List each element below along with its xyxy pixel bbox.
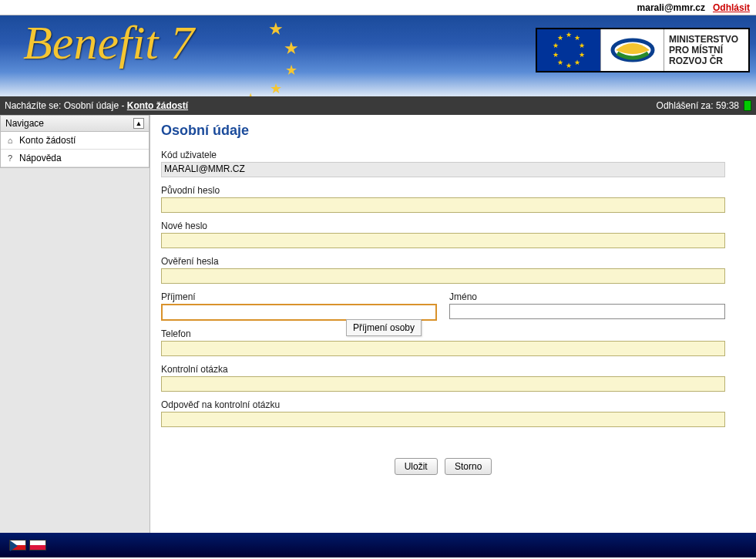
nav-list: ⌂ Konto žádostí ? Nápověda	[0, 132, 150, 168]
sidebar: Navigace ▲ ⌂ Konto žádostí ? Nápověda	[0, 115, 150, 533]
star-icon: ★	[245, 90, 256, 96]
label-question: Kontrolní otázka	[161, 364, 725, 375]
phone-input[interactable]	[161, 341, 725, 356]
breadcrumb: Nacházíte se: Osobní údaje - Konto žádos…	[5, 100, 188, 111]
cancel-button[interactable]: Storno	[445, 458, 492, 475]
question-input[interactable]	[161, 376, 725, 392]
label-usercode: Kód uživatele	[161, 150, 725, 160]
session-timer: Odhlášení za: 59:38	[657, 100, 751, 111]
logo-panel: ★ ★ ★ ★ ★ ★ ★ ★ ★ ★ MINISTERSTVO PRO MÍS…	[536, 28, 750, 72]
help-icon: ?	[5, 153, 15, 163]
header-banner: Benefit 7 ★ ★ ★ ★ ★ ★ ★ ★ ★ ★ ★ ★ ★ ★ ★	[0, 15, 756, 96]
orig-password-input[interactable]	[161, 197, 725, 213]
star-icon: ★	[284, 39, 299, 59]
logout-link[interactable]: Odhlásit	[713, 2, 750, 13]
firstname-input[interactable]	[449, 304, 725, 319]
top-bar: marali@mmr.cz Odhlásit	[0, 0, 756, 15]
mmr-swirl-icon	[600, 29, 664, 71]
new-password-input[interactable]	[161, 233, 725, 248]
save-button[interactable]: Uložit	[395, 458, 438, 475]
label-origpassword: Původní heslo	[161, 185, 725, 196]
session-indicator-icon	[744, 100, 751, 111]
body: Navigace ▲ ⌂ Konto žádostí ? Nápověda Os…	[0, 115, 756, 533]
star-icon: ★	[285, 62, 297, 79]
collapse-icon[interactable]: ▲	[133, 118, 144, 129]
label-newpassword: Nové heslo	[161, 221, 725, 231]
breadcrumb-link[interactable]: Konto žádostí	[127, 100, 188, 111]
usercode-value: MARALI@MMR.CZ	[161, 162, 725, 177]
star-icon: ★	[270, 80, 282, 96]
home-icon: ⌂	[5, 136, 15, 145]
brand-logo: Benefit 7	[23, 15, 194, 70]
star-icon: ★	[268, 19, 284, 39]
page-title: Osobní údaje	[161, 123, 725, 139]
nav-title: Navigace	[5, 118, 44, 129]
answer-input[interactable]	[161, 412, 725, 427]
flag-cz-icon[interactable]	[9, 540, 26, 551]
sidebar-item-napoveda[interactable]: ? Nápověda	[1, 150, 149, 167]
label-confirmpassword: Ověření hesla	[161, 256, 725, 267]
label-phone: Telefon	[161, 328, 725, 339]
sidebar-item-label: Nápověda	[19, 153, 62, 163]
sidebar-item-label: Konto žádostí	[19, 135, 76, 146]
button-bar: Uložit Storno	[161, 458, 725, 475]
user-email: marali@mmr.cz	[637, 2, 705, 13]
surname-tooltip: Příjmení osoby	[346, 319, 422, 336]
flag-pl-icon[interactable]	[29, 540, 46, 551]
ministry-label: MINISTERSTVO PRO MÍSTNÍ ROZVOJ ČR	[664, 29, 748, 71]
label-firstname: Jméno	[449, 291, 725, 302]
content: Osobní údaje Kód uživatele MARALI@MMR.CZ…	[150, 115, 756, 533]
label-answer: Odpověď na kontrolní otázku	[161, 399, 725, 410]
eu-flag-icon: ★ ★ ★ ★ ★ ★ ★ ★ ★ ★	[537, 29, 600, 71]
surname-input[interactable]	[161, 304, 437, 321]
breadcrumb-bar: Nacházíte se: Osobní údaje - Konto žádos…	[0, 96, 756, 115]
confirm-password-input[interactable]	[161, 268, 725, 284]
sidebar-item-konto[interactable]: ⌂ Konto žádostí	[1, 132, 149, 150]
nav-header: Navigace ▲	[0, 115, 150, 132]
footer	[0, 533, 756, 557]
label-surname: Příjmení	[161, 291, 437, 302]
